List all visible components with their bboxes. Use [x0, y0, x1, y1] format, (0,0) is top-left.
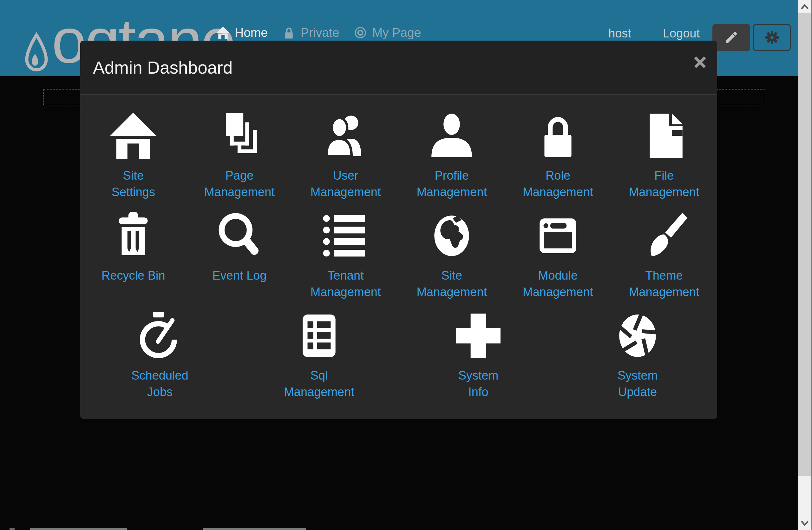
tile-label-line: Settings [112, 184, 155, 200]
nav-item-my-page[interactable]: My Page [354, 26, 421, 40]
admin-tile-scheduled-jobs[interactable]: ScheduledJobs [80, 309, 240, 409]
globe-icon [427, 212, 476, 260]
oqtane-droplet-logo-icon [22, 27, 51, 78]
admin-tile-file-management[interactable]: FileManagement [611, 109, 717, 209]
aperture-icon [613, 312, 662, 360]
admin-tile-event-log[interactable]: Event Log [187, 209, 293, 309]
tile-label-line: Management [417, 284, 487, 300]
admin-tile-theme-management[interactable]: ThemeManagement [611, 209, 717, 309]
file-icon [640, 112, 688, 160]
list-icon [322, 212, 370, 260]
target-icon [354, 26, 367, 39]
pages-icon [215, 112, 264, 160]
settings-button[interactable] [753, 24, 791, 51]
nav-item-label: My Page [372, 26, 421, 40]
tile-label-line: User [310, 167, 381, 184]
admin-dashboard-modal: Admin Dashboard SiteSettings PageManagem… [80, 41, 717, 419]
gear-icon [764, 29, 780, 45]
tile-label-line: Event Log [212, 267, 266, 284]
admin-tile-module-management[interactable]: ModuleManagement [505, 209, 611, 309]
admin-tile-site-settings[interactable]: SiteSettings [80, 109, 187, 209]
pencil-icon [724, 30, 739, 45]
admin-tile-role-management[interactable]: RoleManagement [505, 109, 611, 209]
nav-item-label: Home [235, 26, 268, 40]
tile-label-line: Theme [629, 267, 699, 284]
admin-tile-tenant-management[interactable]: TenantManagement [292, 209, 399, 309]
admin-tile-system-update[interactable]: SystemUpdate [558, 309, 717, 409]
admin-tile-system-info[interactable]: SystemInfo [399, 309, 558, 409]
modal-header: Admin Dashboard [80, 41, 717, 95]
stopwatch-icon [136, 312, 184, 360]
tile-label-line: Recycle Bin [102, 267, 165, 284]
browser-icon [534, 212, 582, 260]
tile-label-line: Scheduled [131, 367, 188, 384]
trash-icon [109, 212, 157, 260]
tile-label-line: System [618, 367, 658, 384]
tile-label-line: Management [629, 184, 699, 200]
admin-tile-profile-management[interactable]: ProfileManagement [399, 109, 505, 209]
tile-label-line: Management [310, 284, 381, 300]
chevron-up-icon [800, 3, 810, 11]
username-link[interactable]: host [608, 27, 631, 40]
plus-icon [454, 312, 503, 360]
nav-item-home[interactable]: Home [216, 26, 268, 40]
edit-mode-button[interactable] [712, 24, 750, 51]
tile-label-line: System [458, 367, 498, 384]
logout-link[interactable]: Logout [663, 27, 700, 40]
tile-label-line: Sql [284, 367, 354, 384]
tile-label-line: Management [310, 184, 381, 200]
scroll-up-button[interactable] [798, 0, 811, 13]
person-icon [427, 112, 476, 160]
tile-label-line: Management [284, 384, 354, 400]
nav-item-private[interactable]: Private [282, 26, 339, 40]
tile-label-line: Profile [417, 167, 487, 184]
magnifier-icon [215, 212, 264, 260]
tile-row: SiteSettings PageManagement UserManageme… [80, 109, 717, 209]
tile-label-line: Role [523, 167, 593, 184]
clipped-footer-content [0, 528, 812, 530]
lock-icon [534, 112, 582, 160]
tile-label-line: Jobs [131, 384, 188, 400]
admin-tile-site-management[interactable]: SiteManagement [399, 209, 505, 309]
vertical-scrollbar[interactable] [798, 0, 811, 530]
tile-label-line: Management [204, 184, 275, 200]
scrollbar-thumb[interactable] [798, 13, 811, 476]
brush-icon [640, 212, 688, 260]
admin-tile-sql-management[interactable]: SqlManagement [240, 309, 399, 409]
tile-label-line: Management [523, 184, 593, 200]
modal-title: Admin Dashboard [93, 57, 232, 78]
lock-icon [282, 26, 295, 39]
tile-row: ScheduledJobs SqlManagement SystemInfo S… [80, 309, 717, 409]
admin-tile-page-management[interactable]: PageManagement [187, 109, 293, 209]
tile-label-line: Site [417, 267, 487, 284]
home-icon [109, 112, 157, 160]
people-icon [322, 112, 370, 160]
close-icon[interactable] [693, 55, 708, 70]
admin-tile-user-management[interactable]: UserManagement [292, 109, 399, 209]
tile-label-line: Module [523, 267, 593, 284]
tile-label-line: Management [417, 184, 487, 200]
tile-label-line: Management [629, 284, 699, 300]
nav-item-label: Private [301, 26, 339, 40]
tile-row: Recycle Bin Event Log TenantManagement S… [80, 209, 717, 309]
admin-tile-recycle-bin[interactable]: Recycle Bin [80, 209, 187, 309]
tile-label-line: Page [204, 167, 275, 184]
tile-label-line: Info [458, 384, 498, 400]
home-icon [216, 26, 230, 39]
main-nav: Home Private My Page [216, 24, 421, 42]
tile-label-line: Site [112, 167, 155, 184]
tile-label-line: Update [618, 384, 658, 400]
modal-body: SiteSettings PageManagement UserManageme… [80, 95, 717, 409]
chevron-down-icon [800, 519, 810, 527]
tile-label-line: Management [523, 284, 593, 300]
user-nav: host Logout [608, 27, 700, 40]
scroll-down-button[interactable] [798, 517, 811, 530]
tile-label-line: Tenant [310, 267, 381, 284]
tile-label-line: File [629, 167, 699, 184]
spreadsheet-icon [295, 312, 343, 360]
